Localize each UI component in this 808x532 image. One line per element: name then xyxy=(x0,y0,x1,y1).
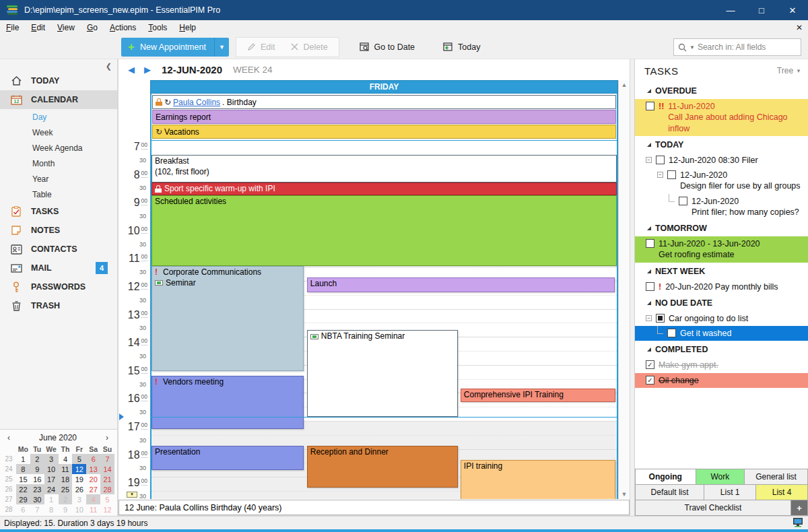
minical-day[interactable]: 11 xyxy=(86,504,100,514)
task-checkbox[interactable] xyxy=(656,314,665,323)
minical-day[interactable]: 10 xyxy=(44,464,59,474)
minical-day[interactable]: 28 xyxy=(100,484,114,494)
sidebar-item-calendar[interactable]: 12CALENDAR xyxy=(0,90,117,109)
minical-day[interactable]: 4 xyxy=(59,454,73,464)
list-tab-list-4[interactable]: List 4 xyxy=(755,484,808,500)
tree-expander-icon[interactable]: − xyxy=(657,172,663,178)
calendar-event[interactable]: Reception and Dinner xyxy=(307,446,458,488)
list-tab-general-list[interactable]: General list xyxy=(744,469,808,485)
more-events-icon[interactable]: ▼ xyxy=(127,492,137,498)
menu-item-tools[interactable]: Tools xyxy=(142,21,173,34)
minical-day[interactable]: 24 xyxy=(44,484,59,494)
minical-day[interactable]: 30 xyxy=(30,494,44,504)
task-item[interactable]: −Car ongoing to do list xyxy=(635,311,808,326)
allday-event[interactable]: Earnings report xyxy=(152,110,616,124)
menubar-close-icon[interactable]: ✕ xyxy=(796,23,803,32)
search-dropdown-icon[interactable]: ▼ xyxy=(689,44,695,51)
allday-event[interactable]: ↻Paula Collins . Birthday xyxy=(152,95,616,109)
calendar-view-month[interactable]: Month xyxy=(0,156,117,171)
minical-day[interactable]: 3 xyxy=(72,494,86,504)
calendar-event[interactable]: !Vendors meeting xyxy=(152,376,304,429)
minical-day[interactable]: 6 xyxy=(16,504,30,514)
minical-day[interactable]: 13 xyxy=(86,464,100,474)
calendar-event[interactable]: Breakfast(102, first floor) xyxy=(152,155,617,182)
minical-day[interactable]: 12 xyxy=(100,504,114,514)
task-item[interactable]: 11-Jun-2020 - 13-Jun-2020Get roofing est… xyxy=(635,236,808,263)
edit-button[interactable]: Edit xyxy=(239,42,283,52)
sidebar-item-today[interactable]: TODAY xyxy=(0,71,117,90)
sidebar-item-tasks[interactable]: TASKS xyxy=(0,202,117,221)
task-checkbox[interactable]: ✓ xyxy=(646,360,654,369)
minical-day[interactable]: 15 xyxy=(16,474,30,484)
menu-item-help[interactable]: Help xyxy=(173,21,202,34)
minical-day[interactable]: 25 xyxy=(59,484,73,494)
list-tab-default-list[interactable]: Default list xyxy=(635,484,704,500)
calendar-event[interactable]: Launch xyxy=(307,277,615,292)
minical-day[interactable]: 1 xyxy=(44,494,59,504)
scroll-up-icon[interactable]: ▲ xyxy=(621,81,628,88)
minical-day[interactable]: 5 xyxy=(100,494,114,504)
minical-day[interactable]: 8 xyxy=(16,464,30,474)
calendar-view-week-agenda[interactable]: Week Agenda xyxy=(0,140,117,156)
minical-day[interactable]: 14 xyxy=(100,464,114,474)
minical-day[interactable]: 22 xyxy=(16,484,30,494)
tasks-view-dropdown[interactable]: Tree▼ xyxy=(777,66,801,75)
calendar-view-year[interactable]: Year xyxy=(0,171,117,187)
task-checkbox[interactable] xyxy=(646,102,654,110)
calendar-view-table[interactable]: Table xyxy=(0,187,117,202)
minical-day[interactable]: 23 xyxy=(30,484,44,494)
calendar-event[interactable]: !Corporate CommunicationsSeminar xyxy=(152,266,304,371)
minimize-button[interactable]: — xyxy=(715,0,746,20)
task-checkbox[interactable] xyxy=(667,329,676,337)
task-item[interactable]: 12-Jun-2020Print filer; how many copies? xyxy=(635,194,808,220)
minical-day[interactable]: 27 xyxy=(86,484,100,494)
list-tab-work[interactable]: Work xyxy=(696,469,745,485)
task-item[interactable]: ✓Make gym appt. xyxy=(635,358,808,372)
maximize-button[interactable]: □ xyxy=(746,0,777,20)
new-appointment-button[interactable]: + New Appointment ▼ xyxy=(121,38,229,57)
minical-day[interactable]: 29 xyxy=(16,494,30,504)
minical-day[interactable]: 21 xyxy=(100,474,114,484)
sidebar-item-contacts[interactable]: CONTACTS xyxy=(0,240,117,259)
minical-day[interactable]: 8 xyxy=(44,504,59,514)
minical-next-icon[interactable]: › xyxy=(100,433,114,442)
task-item[interactable]: Get it washed xyxy=(635,326,808,341)
add-list-button[interactable]: + xyxy=(790,500,808,516)
list-tab-ongoing[interactable]: Ongoing xyxy=(635,469,696,485)
close-button[interactable]: ✕ xyxy=(777,0,808,20)
minical-day[interactable]: 18 xyxy=(59,474,73,484)
calendar-event[interactable]: Comprehensive IPI Training xyxy=(461,389,615,402)
minical-day-selected[interactable]: 12 xyxy=(72,464,86,474)
minical-day[interactable]: 7 xyxy=(100,454,114,464)
sidebar-item-trash[interactable]: TRASH xyxy=(0,296,117,315)
calendar-event[interactable]: IPI training xyxy=(461,460,615,499)
tree-expander-icon[interactable]: − xyxy=(646,157,652,163)
menu-item-edit[interactable]: Edit xyxy=(25,21,51,34)
sidebar-item-passwords[interactable]: PASSWORDS xyxy=(0,277,117,296)
task-section-next-week[interactable]: NEXT WEEK xyxy=(635,263,808,279)
minical-day[interactable]: 19 xyxy=(72,474,86,484)
menu-item-actions[interactable]: Actions xyxy=(104,21,142,34)
new-appointment-dropdown[interactable]: ▼ xyxy=(214,38,229,57)
minical-day[interactable]: 10 xyxy=(72,504,86,514)
delete-button[interactable]: Delete xyxy=(283,42,335,52)
task-item[interactable]: −12-Jun-2020 08:30 Filer xyxy=(635,153,808,168)
day-column[interactable]: Breakfast(102, first floor)Sport specifi… xyxy=(150,141,618,499)
task-checkbox[interactable] xyxy=(679,197,687,205)
sidebar-collapse-icon[interactable]: ❮ xyxy=(106,62,112,71)
search-box[interactable]: ▼ xyxy=(673,38,801,56)
today-button[interactable]: Today xyxy=(435,42,488,52)
list-tab-travel-checklist[interactable]: Travel Checklist xyxy=(635,500,790,516)
contact-link[interactable]: Paula Collins xyxy=(173,98,220,107)
goto-date-button[interactable]: Go to Date xyxy=(351,42,423,52)
task-item[interactable]: ✓Oil change xyxy=(635,373,808,388)
scroll-down-icon[interactable]: ▼ xyxy=(621,491,628,498)
prev-day-button[interactable]: ◀ xyxy=(125,65,137,75)
calendar-view-day[interactable]: Day xyxy=(0,109,117,125)
task-section-no-due-date[interactable]: NO DUE DATE xyxy=(635,294,808,311)
minical-day[interactable]: 2 xyxy=(30,454,44,464)
minical-day[interactable]: 9 xyxy=(30,464,44,474)
task-checkbox[interactable]: ✓ xyxy=(646,376,654,385)
task-item[interactable]: !!11-Jun-2020Call Jane about adding Chic… xyxy=(635,99,808,136)
task-item[interactable]: !20-Jun-2020 Pay monthly bills xyxy=(635,279,808,294)
